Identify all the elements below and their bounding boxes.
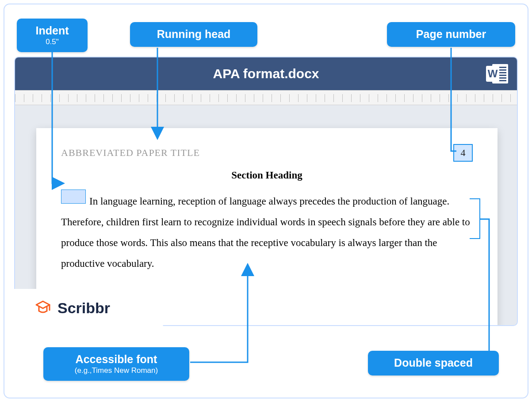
callout-accessible-font: Accessible font (e.g.,Times New Roman) (43, 347, 189, 381)
callout-double-spaced: Double spaced (368, 351, 499, 375)
page-header: ABBREVIATED PAPER TITLE 4 (61, 144, 473, 162)
callout-page-number-title: Page number (416, 28, 486, 40)
body-wrap: In language learning, reception of langu… (61, 191, 473, 274)
running-head-text: ABBREVIATED PAPER TITLE (61, 147, 200, 159)
brand-name: Scribbr (57, 300, 110, 317)
page-number-box: 4 (453, 144, 473, 162)
callout-indent: Indent 0.5" (17, 19, 88, 52)
svg-text:W: W (488, 68, 498, 80)
callout-accessible-font-sub: (e.g.,Times New Roman) (56, 367, 177, 375)
double-space-bracket (470, 198, 480, 239)
document-window: APA format.docx W ABBREVIATED PAPER TITL… (14, 57, 518, 326)
ruler (15, 90, 517, 105)
callout-running-head: Running head (130, 22, 257, 47)
callout-indent-sub: 0.5" (29, 38, 75, 46)
callout-double-spaced-title: Double spaced (394, 356, 473, 369)
brand-logo-icon (34, 299, 52, 317)
word-app-icon: W (486, 63, 509, 84)
callout-accessible-font-title: Accessible font (76, 353, 157, 365)
body-paragraph: In language learning, reception of langu… (61, 191, 473, 274)
document-filename: APA format.docx (213, 66, 319, 81)
section-heading: Section Heading (61, 170, 473, 181)
callout-page-number: Page number (387, 22, 515, 47)
callout-running-head-title: Running head (157, 28, 231, 40)
titlebar: APA format.docx W (15, 57, 517, 90)
brand-card: Scribbr (13, 289, 164, 327)
callout-indent-title: Indent (36, 24, 69, 37)
indent-highlight (61, 190, 86, 204)
